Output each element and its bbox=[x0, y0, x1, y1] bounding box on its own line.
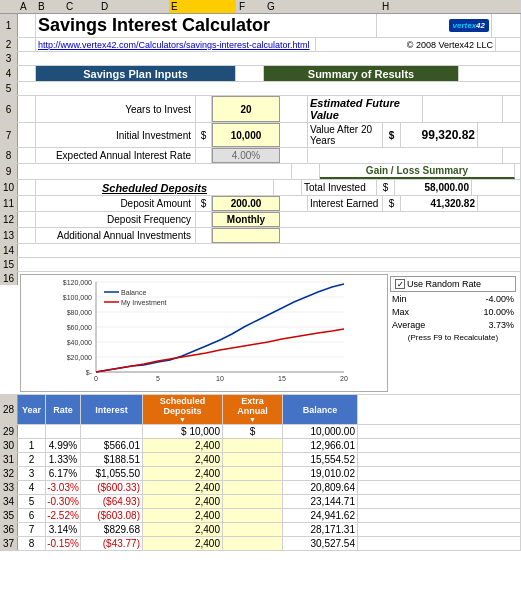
row-num-5: 5 bbox=[0, 82, 18, 95]
th-extra: Extra Annual ▼ bbox=[223, 395, 283, 424]
cell-rest-12 bbox=[280, 212, 521, 227]
logo-cell: vertex42 bbox=[377, 14, 492, 37]
row-12: 12 Deposit Frequency Monthly bbox=[0, 212, 521, 228]
cell-f9 bbox=[292, 164, 320, 179]
td-extra-8 bbox=[223, 537, 283, 550]
cell-row14 bbox=[18, 244, 521, 257]
td-rate-1: 4.99% bbox=[46, 439, 81, 452]
cell-rest-8 bbox=[503, 148, 521, 163]
deposits-header: Scheduled Deposits bbox=[36, 180, 274, 195]
frequency-label: Deposit Frequency bbox=[36, 212, 196, 227]
td-interest-5: ($64.93) bbox=[81, 495, 143, 508]
td-year-3: 3 bbox=[18, 467, 46, 480]
col-header-rest bbox=[460, 0, 521, 13]
logo: vertex42 bbox=[449, 19, 489, 32]
td-deposits-7: 2,400 bbox=[143, 523, 223, 536]
row-33: 33 4 -3.03% ($600.33) 2,400 20,809.64 bbox=[0, 481, 521, 495]
td-rate-0 bbox=[46, 425, 81, 438]
row-30: 30 1 4.99% $566.01 2,400 12,966.01 bbox=[0, 439, 521, 453]
cell-rest-36 bbox=[358, 523, 521, 536]
row-num-14: 14 bbox=[0, 244, 18, 257]
additional-input[interactable] bbox=[212, 228, 280, 243]
cell-a10 bbox=[18, 180, 36, 195]
row-11: 11 Deposit Amount $ 200.00 Interest Earn… bbox=[0, 196, 521, 212]
deposit-dollar: $ bbox=[196, 196, 212, 211]
row-28: 28 Year Rate Interest Scheduled Deposits… bbox=[0, 395, 521, 425]
row-num-30: 30 bbox=[0, 439, 18, 452]
row-29: 29 $ 10,000 $ 10,000.00 bbox=[0, 425, 521, 439]
interest-dollar: $ bbox=[383, 196, 401, 211]
td-year-8: 8 bbox=[18, 537, 46, 550]
cell-rest-7 bbox=[478, 123, 521, 147]
row-4: 4 Savings Plan Inputs Summary of Results bbox=[0, 66, 521, 82]
initial-input[interactable]: 10,000 bbox=[212, 123, 280, 147]
copyright-cell: © 2008 Vertex42 LLC bbox=[316, 38, 496, 51]
max-value: 10.00% bbox=[483, 307, 514, 317]
td-rate-2: 1.33% bbox=[46, 453, 81, 466]
col-header-d: D bbox=[99, 0, 169, 13]
row-chart: 16 $120,000 $100,000 $80,000 $60,000 $40… bbox=[0, 272, 521, 395]
row-num-28: 28 bbox=[0, 395, 18, 424]
td-rate-5: -0.30% bbox=[46, 495, 81, 508]
frequency-input[interactable]: Monthly bbox=[212, 212, 280, 227]
min-value: -4.00% bbox=[485, 294, 514, 304]
gain-header: Gain / Loss Summary bbox=[320, 164, 515, 179]
column-headers: A B C D E F G H bbox=[0, 0, 521, 14]
cell-a1 bbox=[18, 14, 36, 37]
rate-label: Expected Annual Interest Rate bbox=[36, 148, 196, 163]
row-num-8: 8 bbox=[0, 148, 18, 163]
cell-a13 bbox=[18, 228, 36, 243]
td-extra-1 bbox=[223, 439, 283, 452]
random-rate-label: Use Random Rate bbox=[407, 279, 481, 289]
cell-d13 bbox=[196, 228, 212, 243]
td-rate-3: 6.17% bbox=[46, 467, 81, 480]
td-rate-7: 3.14% bbox=[46, 523, 81, 536]
cell-f11 bbox=[280, 196, 308, 211]
cell-rest-2 bbox=[496, 38, 521, 51]
row-3: 3 bbox=[0, 52, 521, 66]
avg-label: Average bbox=[392, 320, 425, 330]
cell-rest-37 bbox=[358, 537, 521, 550]
td-interest-7: $829.68 bbox=[81, 523, 143, 536]
td-balance-6: 24,941.62 bbox=[283, 509, 358, 522]
total-dollar: $ bbox=[377, 180, 395, 195]
years-input[interactable]: 20 bbox=[212, 96, 280, 122]
th-extra-arrow: ▼ bbox=[249, 416, 256, 423]
cell-rest-13 bbox=[280, 228, 521, 243]
random-rate-checkbox-row[interactable]: ✓ Use Random Rate bbox=[390, 276, 516, 292]
row-9: 9 Gain / Loss Summary bbox=[0, 164, 521, 180]
cell-h6 bbox=[423, 96, 503, 122]
row-num-12: 12 bbox=[0, 212, 18, 227]
random-rate-checkbox[interactable]: ✓ bbox=[395, 279, 405, 289]
title-cell: Savings Interest Calculator bbox=[36, 14, 377, 37]
row-num-32: 32 bbox=[0, 467, 18, 480]
cell-g8 bbox=[308, 148, 503, 163]
td-extra-4 bbox=[223, 481, 283, 494]
col-header-f: F bbox=[237, 0, 265, 13]
cell-rest-6 bbox=[503, 96, 521, 122]
url-cell[interactable]: http://www.vertex42.com/Calculators/savi… bbox=[36, 38, 316, 51]
additional-label: Additional Annual Investments bbox=[36, 228, 196, 243]
row-num-15: 15 bbox=[0, 258, 18, 271]
td-deposits-4: 2,400 bbox=[143, 481, 223, 494]
cell-row3 bbox=[18, 52, 521, 65]
td-deposits-6: 2,400 bbox=[143, 509, 223, 522]
cell-rest-11 bbox=[478, 196, 521, 211]
col-header-a: A bbox=[18, 0, 36, 13]
svg-text:$120,000: $120,000 bbox=[63, 279, 92, 286]
row-37: 37 8 -0.15% ($43.77) 2,400 30,527.54 bbox=[0, 537, 521, 551]
deposit-input[interactable]: 200.00 bbox=[212, 196, 280, 211]
initial-label: Initial Investment bbox=[36, 123, 196, 147]
cell-a8 bbox=[18, 148, 36, 163]
cell-rest-34 bbox=[358, 495, 521, 508]
min-label: Min bbox=[392, 294, 407, 304]
td-year-5: 5 bbox=[18, 495, 46, 508]
corner-cell bbox=[0, 0, 18, 13]
estimated-label: Estimated Future Value bbox=[308, 96, 423, 122]
td-balance-3: 19,010.02 bbox=[283, 467, 358, 480]
td-balance-2: 15,554.52 bbox=[283, 453, 358, 466]
row-num-4: 4 bbox=[0, 66, 18, 81]
td-extra-5 bbox=[223, 495, 283, 508]
row-num-9: 9 bbox=[0, 164, 18, 179]
td-extra-0: $ bbox=[223, 425, 283, 438]
